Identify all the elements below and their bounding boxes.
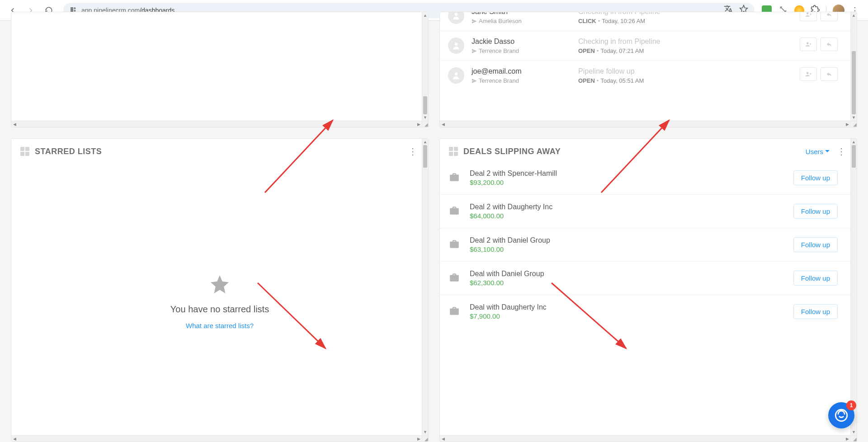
email-row[interactable]: Jackie Dasso Terrence Brand Checking in …: [440, 31, 850, 61]
svg-point-10: [455, 72, 458, 75]
sender-label: Terrence Brand: [472, 77, 571, 84]
scrollbar-vertical[interactable]: ▲ ▼: [422, 139, 428, 435]
briefcase-icon: [448, 238, 462, 252]
svg-point-4: [74, 10, 75, 11]
svg-rect-1: [71, 9, 73, 9]
scrollbar-vertical[interactable]: ▲ ▼: [850, 139, 857, 435]
resize-handle[interactable]: ◢: [850, 435, 857, 442]
drag-handle-icon[interactable]: [449, 147, 458, 156]
briefcase-icon: [448, 272, 462, 285]
deal-name: Deal with Daniel Group: [470, 270, 785, 278]
deal-row[interactable]: Deal with Daniel Group $62,300.00 Follow…: [440, 261, 850, 295]
briefcase-icon: [448, 171, 462, 185]
email-subject: Pipeline follow up: [578, 67, 793, 75]
deal-name: Deal 2 with Daniel Group: [470, 236, 785, 245]
avatar-icon: [448, 12, 464, 24]
widget-title: DEALS SLIPPING AWAY: [463, 147, 561, 156]
svg-point-7: [807, 12, 809, 14]
assign-button[interactable]: [800, 67, 817, 81]
empty-state-link[interactable]: What are starred lists?: [186, 322, 254, 329]
scrollbar-vertical[interactable]: ▲ ▼: [422, 12, 428, 121]
email-subject: Checking in from Pipeline: [578, 12, 793, 16]
resize-handle[interactable]: ◢: [422, 121, 428, 127]
svg-rect-0: [71, 8, 73, 8]
follow-up-button[interactable]: Follow up: [793, 170, 838, 185]
scrollbar-vertical[interactable]: ▲ ▼: [850, 12, 857, 121]
resize-handle[interactable]: ◢: [850, 121, 857, 127]
dashboard-widget: ▲ ▼ ◀▶ ◢: [11, 12, 429, 127]
briefcase-icon: [448, 205, 462, 218]
scrollbar-horizontal[interactable]: ◀▶: [11, 121, 422, 127]
deal-name: Deal with Daugherty Inc: [470, 303, 785, 311]
email-activity-widget: Jane Smith Amelia Burleson Checking in f…: [439, 12, 857, 127]
follow-up-button[interactable]: Follow up: [793, 304, 838, 319]
widget-menu-button[interactable]: ⋮: [406, 146, 419, 157]
follow-up-button[interactable]: Follow up: [793, 237, 838, 252]
assign-button[interactable]: [800, 12, 817, 21]
deal-amount: $62,300.00: [470, 279, 785, 287]
deal-amount: $93,200.00: [470, 179, 785, 186]
svg-rect-2: [71, 11, 73, 11]
contact-name: joe@email.com: [472, 67, 571, 75]
chat-badge: 1: [846, 400, 856, 410]
scrollbar-horizontal[interactable]: ◀▶: [11, 435, 422, 442]
users-filter-dropdown[interactable]: Users: [806, 148, 830, 155]
deal-amount: $7,900.00: [470, 312, 785, 320]
follow-up-button[interactable]: Follow up: [793, 204, 838, 219]
star-icon: [209, 273, 231, 297]
deal-amount: $63,100.00: [470, 245, 785, 253]
empty-state: You have no starred lists What are starr…: [11, 161, 428, 442]
email-status: OPEN•Today, 05:51 AM: [578, 77, 793, 84]
email-status: CLICK•Today, 10:26 AM: [578, 18, 793, 24]
sender-label: Terrence Brand: [472, 47, 571, 54]
email-status: OPEN•Today, 07:21 AM: [578, 47, 793, 54]
scrollbar-horizontal[interactable]: ◀▶: [440, 121, 850, 127]
email-row[interactable]: joe@email.com Terrence Brand Pipeline fo…: [440, 61, 850, 90]
deal-row[interactable]: Deal 2 with Spencer-Hamill $93,200.00 Fo…: [440, 161, 850, 194]
deal-row[interactable]: Deal with Daugherty Inc $7,900.00 Follow…: [440, 295, 850, 328]
contact-name: Jackie Dasso: [472, 38, 571, 46]
deal-amount: $64,000.00: [470, 212, 785, 220]
chat-widget-button[interactable]: 1: [828, 402, 854, 428]
empty-state-text: You have no starred lists: [170, 304, 269, 315]
svg-point-6: [455, 13, 458, 16]
deal-name: Deal 2 with Spencer-Hamill: [470, 169, 785, 178]
starred-lists-widget: STARRED LISTS ⋮ You have no starred list…: [11, 138, 429, 442]
widget-title: STARRED LISTS: [35, 147, 102, 156]
scrollbar-horizontal[interactable]: ◀▶: [440, 435, 850, 442]
deals-slipping-widget: DEALS SLIPPING AWAY Users ⋮ Deal 2 with …: [439, 138, 857, 442]
avatar-icon: [448, 38, 464, 54]
assign-button[interactable]: [800, 38, 817, 51]
resize-handle[interactable]: ◢: [422, 435, 428, 442]
svg-point-11: [807, 72, 809, 74]
reply-button[interactable]: [821, 67, 838, 81]
reply-button[interactable]: [821, 38, 838, 51]
drag-handle-icon[interactable]: [20, 147, 29, 156]
svg-point-8: [455, 42, 458, 46]
deal-row[interactable]: Deal 2 with Daniel Group $63,100.00 Foll…: [440, 228, 850, 261]
svg-point-3: [74, 8, 75, 9]
avatar-icon: [448, 67, 464, 84]
reply-button[interactable]: [821, 12, 838, 21]
widget-menu-button[interactable]: ⋮: [835, 146, 848, 157]
deal-row[interactable]: Deal 2 with Daugherty Inc $64,000.00 Fol…: [440, 194, 850, 228]
sender-label: Amelia Burleson: [472, 18, 571, 24]
contact-name: Jane Smith: [472, 12, 571, 16]
deal-name: Deal 2 with Daugherty Inc: [470, 203, 785, 211]
follow-up-button[interactable]: Follow up: [793, 271, 838, 286]
email-subject: Checking in from Pipeline: [578, 38, 793, 46]
svg-point-9: [807, 42, 809, 44]
briefcase-icon: [448, 305, 462, 319]
email-row[interactable]: Jane Smith Amelia Burleson Checking in f…: [440, 12, 850, 31]
